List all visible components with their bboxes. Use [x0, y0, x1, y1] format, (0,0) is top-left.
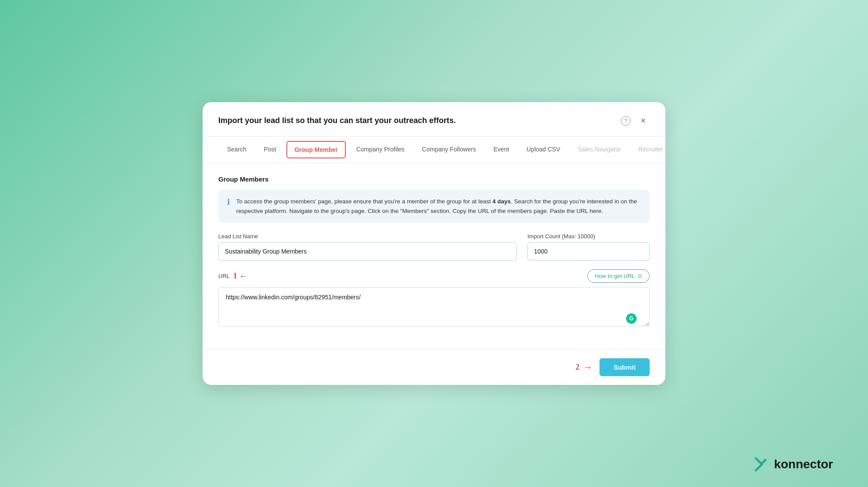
info-icon: ℹ — [227, 197, 230, 207]
konnector-brand: konnector — [752, 456, 833, 473]
import-count-input[interactable] — [527, 242, 650, 261]
arrow-left-icon: ← — [239, 271, 248, 282]
import-count-group: Import Count (Max: 10000) — [527, 233, 650, 261]
info-box: ℹ To access the group members' page, ple… — [218, 190, 650, 223]
url-label: URL — [218, 273, 230, 279]
url-section: URL 1 ← How to get URL ⊙ G ⌟ — [218, 269, 650, 328]
url-label-group: URL 1 ← — [218, 271, 248, 282]
grammarly-icon: G — [626, 313, 637, 324]
modal-body: Group Members ℹ To access the group memb… — [203, 163, 665, 349]
close-button[interactable]: × — [637, 114, 650, 127]
tab-sales-navigator: Sales Navigator — [569, 138, 630, 161]
modal-footer: 2 → Submit — [203, 349, 665, 385]
info-text: To access the group members' page, pleas… — [236, 197, 641, 216]
tab-bar: Search Post Group Member Company Profile… — [203, 137, 665, 163]
url-annotation: 1 ← — [233, 271, 248, 282]
url-textarea[interactable] — [218, 287, 650, 326]
brand-name: konnector — [774, 457, 833, 471]
footer-annotation: 2 → — [575, 362, 592, 373]
lead-list-label: Lead List Name — [218, 233, 517, 240]
modal-title: Import your lead list so that you can st… — [218, 116, 456, 125]
question-icon: ⊙ — [637, 273, 642, 279]
tab-group-member[interactable]: Group Member — [286, 141, 346, 158]
import-modal: Import your lead list so that you can st… — [203, 102, 665, 385]
url-textarea-wrapper: G ⌟ — [218, 287, 650, 328]
form-row-names: Lead List Name Import Count (Max: 10000) — [218, 233, 650, 261]
how-to-url-label: How to get URL — [595, 273, 635, 279]
header-actions: ? × — [621, 114, 650, 127]
tab-post[interactable]: Post — [255, 138, 285, 161]
annotation-number-2: 2 — [575, 363, 579, 372]
tab-search[interactable]: Search — [218, 138, 255, 161]
info-text-before: To access the group members' page, pleas… — [236, 198, 493, 205]
tab-upload-csv[interactable]: Upload CSV — [518, 138, 569, 161]
how-to-url-button[interactable]: How to get URL ⊙ — [587, 269, 650, 283]
close-icon: × — [641, 116, 646, 126]
lead-list-input[interactable] — [218, 242, 517, 261]
lead-list-group: Lead List Name — [218, 233, 517, 261]
help-button[interactable]: ? — [621, 116, 630, 126]
modal-header: Import your lead list so that you can st… — [203, 102, 665, 137]
resize-handle[interactable]: ⌟ — [643, 321, 648, 326]
tab-recruiter-lite: Recruiter Lite — [630, 138, 665, 161]
section-title: Group Members — [218, 175, 650, 183]
info-bold: 4 days — [493, 198, 511, 205]
tab-company-followers[interactable]: Company Followers — [413, 138, 485, 161]
import-count-label: Import Count (Max: 10000) — [527, 233, 650, 240]
konnector-logo-icon — [752, 456, 770, 473]
annotation-number-1: 1 — [233, 271, 237, 281]
submit-button[interactable]: Submit — [599, 358, 650, 376]
help-icon: ? — [624, 117, 627, 124]
url-header: URL 1 ← How to get URL ⊙ — [218, 269, 650, 283]
tab-event[interactable]: Event — [485, 138, 518, 161]
arrow-right-icon: → — [583, 362, 592, 373]
tab-company-profiles[interactable]: Company Profiles — [348, 138, 413, 161]
